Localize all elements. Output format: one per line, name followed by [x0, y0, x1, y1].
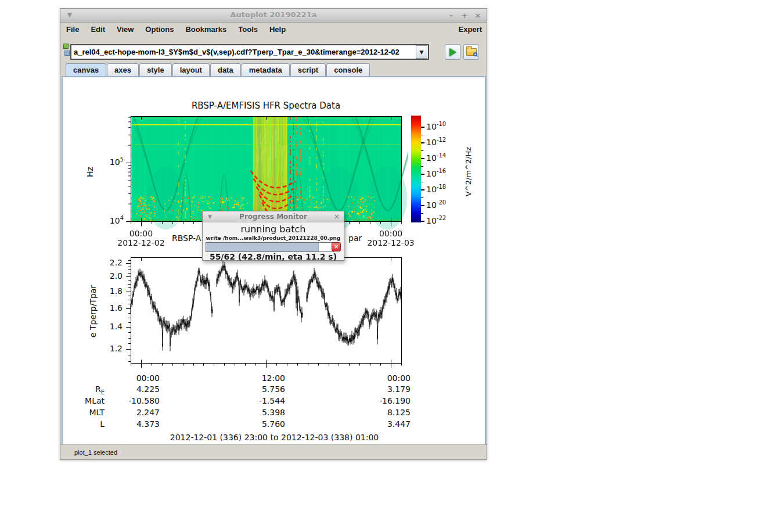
plot2-ytick-2: 1.8 [98, 286, 123, 296]
plot2-xtick-1: 12:00 [233, 373, 285, 383]
colorbar-tick-4: 10-18 [426, 184, 446, 194]
colorbar [411, 116, 421, 222]
uri-input[interactable] [71, 48, 416, 56]
colorbar-tick-1-base: 10 [426, 138, 437, 147]
colorbar-tick-6-base: 10 [426, 216, 437, 225]
colorbar-minortick-5 [421, 213, 423, 214]
plot2-ytick-0: 2.2 [98, 258, 123, 267]
context-value-r2c1: 5.398 [233, 408, 285, 417]
colorbar-tick-4-exp: -18 [437, 184, 446, 190]
tab-style[interactable]: style [139, 63, 172, 76]
colorbar-tick-3-exp: -16 [437, 168, 446, 174]
colorbar-tick-3-base: 10 [426, 169, 437, 178]
colorbar-majortick-2 [421, 158, 424, 159]
colorbar-tick-1: 10-12 [426, 136, 446, 147]
plot1-title: RBSP-A/EMFISIS HFR Spectra Data [131, 100, 401, 111]
progress-cancel-button[interactable]: × [332, 242, 341, 251]
tab-canvas[interactable]: canvas [66, 63, 106, 76]
menu-item-tools[interactable]: Tools [232, 23, 264, 34]
window-title: Autoplot 20190221a [60, 10, 487, 19]
status-bar: plot_1 selected [60, 444, 487, 459]
plot1-ylabel: Hz [85, 125, 95, 218]
tab-metadata[interactable]: metadata [242, 63, 290, 76]
plot2-xtick-2: 00:00 [358, 373, 411, 383]
menu-item-bookmarks[interactable]: Bookmarks [179, 23, 232, 34]
colorbar-tick-4-base: 10 [426, 185, 437, 194]
colorbar-tick-3: 10-16 [426, 168, 446, 178]
context-row-label-3: L [74, 419, 105, 429]
context-value-r3c2: 3.447 [358, 419, 411, 429]
magnifier-icon [473, 52, 477, 56]
progress-bar [206, 242, 334, 252]
expert-label[interactable]: Expert [459, 25, 482, 34]
window-titlebar[interactable]: ▼ Autoplot 20190221a – + × [60, 9, 487, 23]
tab-script[interactable]: script [290, 63, 326, 76]
tab-axes[interactable]: axes [107, 63, 139, 76]
datasource-blue-square-icon[interactable] [64, 51, 70, 56]
timeseries-plot[interactable] [124, 256, 408, 372]
plot2-title-fragment-right: par [348, 233, 362, 243]
progress-bar-fill [206, 243, 319, 251]
context-row-label-1-base: MLat [85, 396, 105, 405]
tab-strip: canvasaxesstylelayoutdatametadatascriptc… [60, 63, 487, 77]
context-row-label-0: RE [74, 384, 105, 396]
colorbar-minortick-1 [421, 150, 423, 151]
inspect-folder-icon [466, 48, 477, 56]
colorbar-tick-5-exp: -20 [437, 199, 446, 206]
context-row-label-0-sub: E [101, 389, 105, 396]
datasource-green-square-icon[interactable] [63, 44, 69, 49]
context-value-r1c0: -10.580 [107, 396, 160, 405]
context-value-r1c1: -1.544 [233, 396, 285, 405]
colorbar-tick-5: 10-20 [426, 199, 446, 210]
context-value-r1c2: -16.190 [358, 396, 411, 405]
colorbar-tick-2-exp: -14 [437, 152, 446, 159]
maximize-button[interactable]: + [459, 10, 470, 21]
context-value-r0c0: 4.225 [107, 384, 160, 394]
colorbar-minortick-0 [421, 135, 423, 135]
colorbar-tick-0-base: 10 [426, 122, 437, 131]
plot1-ytick-0-exp: 5 [120, 156, 124, 163]
plot1-xtick-date-1: 2012-12-03 [365, 238, 417, 247]
tab-layout[interactable]: layout [172, 63, 210, 76]
dialog-close-icon[interactable]: × [334, 213, 340, 221]
timerange-footer: 2012-12-01 (336) 23:00 to 2012-12-03 (33… [66, 433, 483, 442]
tab-data[interactable]: data [210, 63, 241, 76]
context-row-label-0-base: R [95, 384, 101, 394]
menu-item-file[interactable]: File [60, 23, 85, 34]
progress-monitor-dialog[interactable]: ▼ Progress Monitor × running batch write… [202, 211, 344, 261]
menu-item-help[interactable]: Help [264, 23, 291, 34]
colorbar-majortick-0 [421, 127, 424, 128]
plot1-xtick-time-0: 00:00 [115, 229, 167, 238]
close-button[interactable]: × [473, 10, 483, 21]
plot1-ytick-1: 104 [99, 215, 124, 225]
menu-item-edit[interactable]: Edit [85, 23, 111, 34]
progress-dialog-titlebar[interactable]: ▼ Progress Monitor × [203, 211, 344, 222]
chevron-down-icon: ▼ [420, 49, 424, 55]
colorbar-majortick-5 [421, 205, 424, 206]
status-text: plot_1 selected [74, 449, 117, 456]
context-value-r0c1: 5.756 [233, 384, 285, 394]
address-toolbar: ▼ [60, 36, 487, 63]
plot2-ytick-3: 1.6 [98, 303, 123, 312]
context-row-label-2-base: MLT [89, 408, 105, 417]
colorbar-majortick-3 [421, 174, 424, 175]
tab-console[interactable]: console [326, 63, 370, 76]
progress-task-label: running batch [203, 224, 344, 235]
context-value-r2c2: 8.125 [358, 408, 411, 417]
colorbar-tick-2: 10-14 [426, 152, 446, 163]
colorbar-tick-0: 10-10 [426, 121, 446, 131]
minimize-button[interactable]: – [446, 10, 456, 21]
uri-dropdown-button[interactable]: ▼ [416, 45, 427, 59]
menu-item-view[interactable]: View [111, 23, 139, 34]
context-row-label-1: MLat [74, 396, 105, 405]
context-value-r3c0: 4.373 [107, 419, 160, 429]
inspect-button[interactable] [463, 44, 479, 60]
colorbar-tick-0-exp: -10 [437, 121, 446, 127]
plot1-ytick-1-base: 10 [110, 216, 120, 225]
menu-item-options[interactable]: Options [139, 23, 179, 34]
autoplot-window: ▼ Autoplot 20190221a – + × Expert FileEd… [60, 8, 487, 460]
plot2-ytick-1: 2.0 [98, 271, 123, 281]
colorbar-majortick-1 [421, 142, 424, 143]
go-button[interactable] [445, 44, 460, 60]
colorbar-tick-1-exp: -12 [437, 136, 446, 143]
